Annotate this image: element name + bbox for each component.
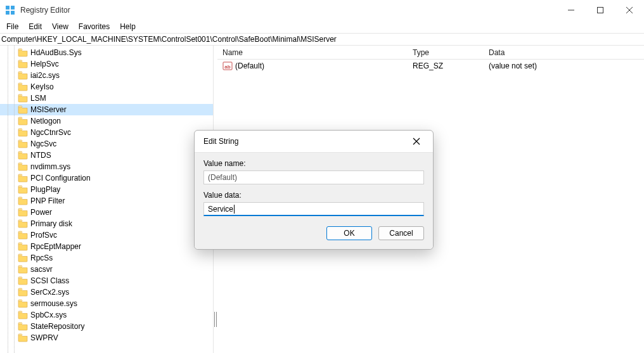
value-type: REG_SZ [408, 61, 484, 70]
col-header-name[interactable]: Name [217, 48, 408, 57]
list-row[interactable]: ab(Default)REG_SZ(value not set) [217, 60, 644, 72]
text-caret [234, 205, 235, 214]
tree-item[interactable]: Primary disk [0, 218, 213, 229]
regedit-icon [5, 5, 15, 15]
tree-item-label: ProfSvc [30, 231, 57, 240]
tree-item[interactable]: PNP Filter [0, 195, 213, 207]
tree-item[interactable]: ProfSvc [0, 229, 213, 241]
tree-item-label: SpbCx.sys [30, 311, 67, 319]
tree-item-label: nvdimm.sys [30, 162, 70, 171]
menu-help[interactable]: Help [115, 21, 141, 32]
tree-item[interactable]: PlugPlay [0, 184, 213, 195]
tree-item[interactable]: NTDS [0, 150, 213, 161]
folder-icon [18, 48, 28, 57]
tree-item-label: MSIServer [30, 105, 67, 114]
folder-icon [18, 322, 28, 331]
folder-icon [18, 333, 28, 342]
folder-icon [18, 71, 28, 80]
tree-item[interactable]: MSIServer [0, 104, 213, 115]
folder-icon [18, 117, 28, 125]
folder-icon [18, 60, 28, 68]
tree-item[interactable]: NgcCtnrSvc [0, 127, 213, 138]
tree-item[interactable]: Netlogon [0, 115, 213, 127]
tree-item-label: HelpSvc [30, 60, 59, 68]
menu-favorites[interactable]: Favorites [74, 21, 115, 32]
tree-item[interactable]: Power [0, 207, 213, 218]
tree-item[interactable]: HelpSvc [0, 58, 213, 70]
dialog-body: Value name: (Default) Value data: Servic… [195, 152, 433, 249]
value-data-input[interactable]: Service [203, 202, 424, 216]
tree-item-label: StateRepository [30, 322, 84, 331]
tree-item-label: KeyIso [30, 82, 54, 91]
folder-icon [18, 94, 28, 103]
tree-guide [8, 46, 8, 353]
tree-item[interactable]: RpcSs [0, 252, 213, 264]
tree-item-label: RpcEptMapper [30, 242, 81, 251]
dialog-close-button[interactable] [409, 134, 424, 149]
value-data: (value not set) [484, 61, 644, 70]
menu-file[interactable]: File [1, 21, 23, 32]
tree-item-label: Power [30, 208, 52, 217]
folder-icon [18, 276, 28, 285]
tree-item-label: LSM [30, 94, 46, 103]
value-name-label: Value name: [203, 159, 424, 168]
col-header-data[interactable]: Data [484, 48, 644, 57]
folder-icon [18, 254, 28, 262]
value-name: (Default) [235, 61, 264, 70]
maximize-button[interactable] [586, 0, 615, 20]
tree-item[interactable]: SCSI Class [0, 275, 213, 286]
tree-item-label: SerCx2.sys [30, 288, 69, 297]
tree-item-label: NgcSvc [30, 139, 56, 148]
menu-view[interactable]: View [47, 21, 74, 32]
folder-icon [18, 311, 28, 319]
ok-button[interactable]: OK [326, 226, 372, 240]
tree-item[interactable]: sermouse.sys [0, 298, 213, 309]
tree-item[interactable]: LSM [0, 93, 213, 104]
folder-icon [18, 105, 28, 114]
svg-rect-1 [11, 6, 15, 10]
tree-item-label: NTDS [30, 151, 51, 160]
tree-item[interactable]: iai2c.sys [0, 70, 213, 81]
tree-item-label: iai2c.sys [30, 71, 60, 80]
close-button[interactable] [615, 0, 644, 20]
svg-rect-2 [6, 11, 10, 15]
svg-rect-3 [11, 11, 15, 15]
tree-pane[interactable]: HdAudBus.SysHelpSvciai2c.sysKeyIsoLSMMSI… [0, 46, 214, 353]
col-header-type[interactable]: Type [408, 48, 484, 57]
address-text: Computer\HKEY_LOCAL_MACHINE\SYSTEM\Contr… [1, 35, 337, 44]
tree-item[interactable]: PCI Configuration [0, 172, 213, 184]
folder-icon [18, 208, 28, 217]
list-header: Name Type Data [217, 46, 644, 60]
tree-item[interactable]: RpcEptMapper [0, 241, 213, 252]
splitter-grip-icon [214, 312, 217, 327]
folder-icon [18, 82, 28, 91]
tree-item[interactable]: SerCx2.sys [0, 286, 213, 298]
address-bar[interactable]: Computer\HKEY_LOCAL_MACHINE\SYSTEM\Contr… [0, 33, 644, 46]
folder-icon [18, 299, 28, 308]
tree-item[interactable]: SWPRV [0, 332, 213, 343]
folder-icon [18, 139, 28, 148]
tree-item[interactable]: sacsvr [0, 264, 213, 275]
minimize-button[interactable] [557, 0, 586, 20]
dialog-title: Edit String [203, 137, 238, 146]
tree-item[interactable]: HdAudBus.Sys [0, 47, 213, 58]
folder-icon [18, 231, 28, 240]
value-data-label: Value data: [203, 191, 424, 200]
tree-item-label: RpcSs [30, 254, 53, 262]
dialog-titlebar[interactable]: Edit String [195, 131, 433, 152]
tree-item-label: PNP Filter [30, 196, 65, 205]
svg-rect-0 [6, 6, 10, 10]
tree-item[interactable]: nvdimm.sys [0, 161, 213, 172]
folder-icon [18, 174, 28, 183]
tree-item[interactable]: StateRepository [0, 321, 213, 332]
menu-edit[interactable]: Edit [23, 21, 47, 32]
tree-item[interactable]: KeyIso [0, 81, 213, 93]
folder-icon [18, 162, 28, 171]
tree-item[interactable]: NgcSvc [0, 138, 213, 150]
tree-item[interactable]: SpbCx.sys [0, 309, 213, 321]
tree-item-label: PCI Configuration [30, 174, 91, 183]
tree-item-label: PlugPlay [30, 185, 60, 194]
cancel-button[interactable]: Cancel [378, 226, 424, 240]
folder-icon [18, 196, 28, 205]
tree-item-label: HdAudBus.Sys [30, 48, 82, 57]
